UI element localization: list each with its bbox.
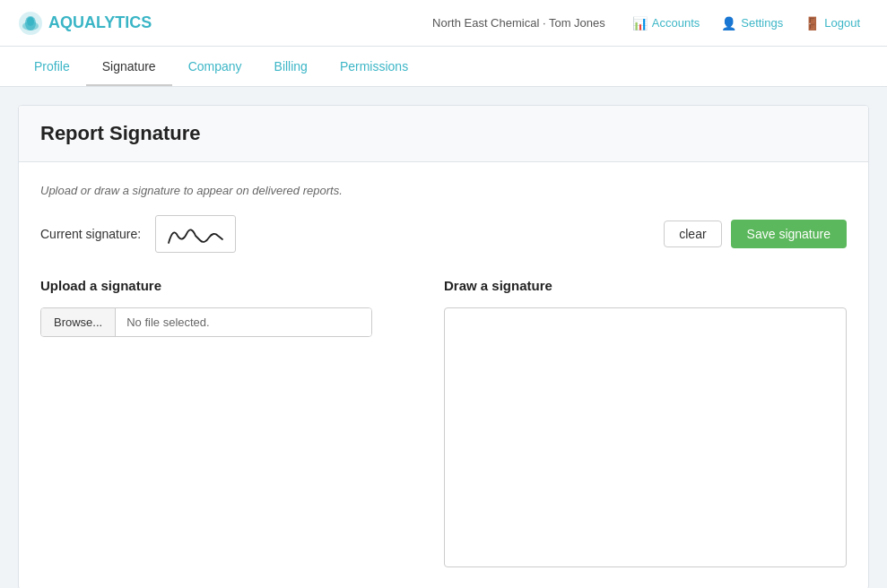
draw-canvas[interactable] <box>444 307 847 567</box>
tab-company[interactable]: Company <box>172 47 258 86</box>
signature-image-box <box>155 215 236 253</box>
tabs-bar: Profile Signature Company Billing Permis… <box>0 47 887 87</box>
current-signature-row: Current signature: clear Save signature <box>40 215 847 253</box>
tab-signature[interactable]: Signature <box>86 47 172 86</box>
logout-icon: 🚪 <box>804 16 820 30</box>
app-logo[interactable]: AQUALYTICS <box>18 11 152 36</box>
page-title: Report Signature <box>40 122 847 145</box>
header-nav: 📊 Accounts 👤 Settings 🚪 Logout <box>623 11 869 36</box>
app-name: AQUALYTICS <box>48 13 152 32</box>
upload-section-title: Upload a signature <box>40 278 417 293</box>
settings-icon: 👤 <box>721 16 736 30</box>
settings-label: Settings <box>741 16 783 30</box>
accounts-label: Accounts <box>652 16 700 30</box>
app-header: AQUALYTICS North East Chemical · Tom Jon… <box>0 0 887 47</box>
browse-button[interactable]: Browse... <box>41 308 116 336</box>
logout-link[interactable]: 🚪 Logout <box>796 11 869 36</box>
main-content: Report Signature Upload or draw a signat… <box>0 87 887 588</box>
two-col-layout: Upload a signature Browse... No file sel… <box>40 278 847 567</box>
accounts-link[interactable]: 📊 Accounts <box>623 11 709 36</box>
logo-icon <box>18 11 43 36</box>
report-signature-card: Report Signature Upload or draw a signat… <box>18 105 869 588</box>
file-name-display: No file selected. <box>116 308 371 336</box>
upload-section: Upload a signature Browse... No file sel… <box>40 278 417 567</box>
svg-point-3 <box>27 17 34 26</box>
logout-label: Logout <box>824 16 860 30</box>
accounts-icon: 📊 <box>632 16 648 30</box>
tab-profile[interactable]: Profile <box>18 47 86 86</box>
user-info: North East Chemical · Tom Jones <box>432 16 605 30</box>
settings-link[interactable]: 👤 Settings <box>712 11 792 36</box>
signature-actions: clear Save signature <box>664 220 847 248</box>
tab-billing[interactable]: Billing <box>258 47 324 86</box>
current-signature-label: Current signature: <box>40 227 141 241</box>
draw-section: Draw a signature <box>444 278 847 567</box>
draw-section-title: Draw a signature <box>444 278 847 293</box>
card-body: Upload or draw a signature to appear on … <box>19 162 868 588</box>
card-header: Report Signature <box>19 106 868 162</box>
file-input-wrapper[interactable]: Browse... No file selected. <box>40 307 372 337</box>
clear-button[interactable]: clear <box>664 220 721 247</box>
save-signature-button[interactable]: Save signature <box>731 220 847 248</box>
tab-permissions[interactable]: Permissions <box>324 47 424 86</box>
description-text: Upload or draw a signature to appear on … <box>40 184 847 197</box>
signature-preview <box>160 218 231 250</box>
